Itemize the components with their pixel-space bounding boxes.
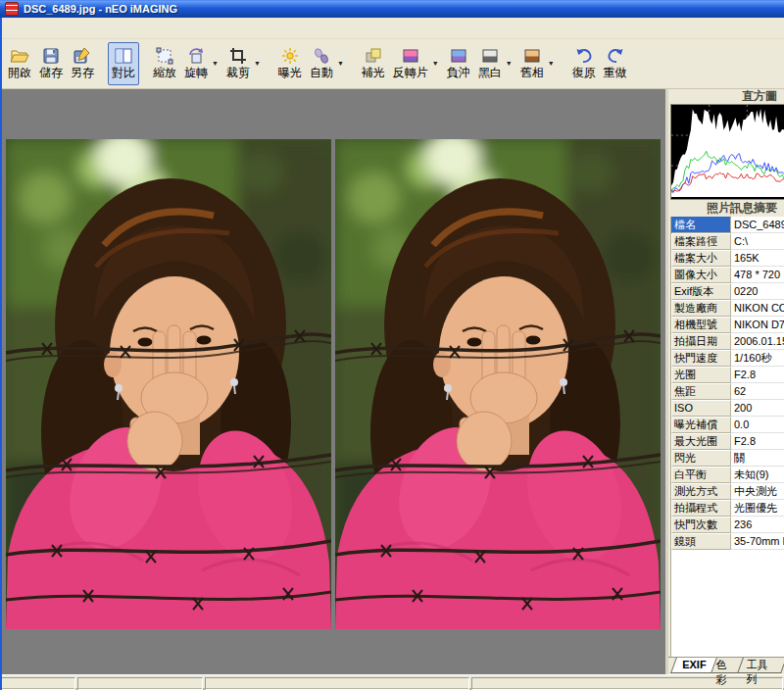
main-area: 直方圖 照片訊息摘要 檔名 DSC_6489.jpg 檔案路徑 C:\ 檔案大小… bbox=[0, 89, 784, 674]
exif-label: 焦距 bbox=[671, 383, 731, 400]
cross-process-icon bbox=[449, 46, 468, 66]
histogram-chart bbox=[670, 104, 784, 200]
exif-row[interactable]: 焦距 62 bbox=[671, 383, 784, 400]
menu-item[interactable] bbox=[140, 26, 160, 30]
toolbar-button-label: 復原 bbox=[570, 66, 598, 80]
toolbar-button[interactable]: 補光 bbox=[358, 42, 389, 85]
toolbar-button-label: 重做 bbox=[602, 66, 629, 80]
exif-label: 光圈 bbox=[671, 367, 731, 383]
toolbar-button[interactable]: 自動 ▼ bbox=[306, 42, 348, 85]
exif-row[interactable]: 檔案路徑 C:\ bbox=[671, 233, 784, 250]
exif-label: 最大光圈 bbox=[671, 433, 731, 450]
toolbar-button-label: 縮放 bbox=[151, 66, 178, 80]
menu-item[interactable] bbox=[23, 26, 42, 30]
dropdown-arrow-icon[interactable]: ▼ bbox=[335, 60, 346, 67]
menu-item[interactable] bbox=[81, 26, 101, 30]
dropdown-arrow-icon[interactable]: ▼ bbox=[504, 60, 514, 67]
auto-icon bbox=[312, 46, 331, 66]
exif-row[interactable]: 鏡頭 35-70mm F2.8 bbox=[671, 533, 784, 550]
exif-value: 236 bbox=[731, 517, 784, 533]
menu-item[interactable] bbox=[121, 26, 140, 30]
exif-row[interactable]: Exif版本 0220 bbox=[671, 283, 784, 300]
exif-value: 0.0 bbox=[731, 417, 784, 433]
menu-item[interactable] bbox=[62, 26, 81, 30]
exif-row[interactable]: 相機型號 NIKON D70 bbox=[671, 317, 784, 333]
exif-row[interactable]: 圖像大小 478 * 720 bbox=[671, 267, 784, 283]
undo-icon bbox=[574, 46, 594, 66]
exif-value: C:\ bbox=[731, 233, 784, 250]
exif-row[interactable]: ISO 200 bbox=[671, 400, 784, 417]
status-cell bbox=[471, 677, 783, 690]
exif-value: 165K bbox=[731, 250, 784, 267]
exposure-icon bbox=[280, 46, 300, 66]
exif-value: 200 bbox=[731, 400, 784, 417]
toolbar-button-label: 儲存 bbox=[37, 66, 65, 80]
toolbar-button-label: 自動 bbox=[308, 66, 335, 80]
app-logo-icon bbox=[5, 2, 19, 16]
toolbar-button-label: 舊相 bbox=[518, 66, 546, 80]
panel-tab[interactable]: EXIF bbox=[670, 658, 717, 673]
redo-icon bbox=[606, 46, 625, 66]
toolbar-button-label: 開啟 bbox=[6, 66, 33, 80]
exif-value: 1/160秒 bbox=[731, 350, 784, 367]
menu-item[interactable] bbox=[3, 26, 23, 30]
window-title: DSC_6489.jpg - nEO iMAGING bbox=[24, 3, 177, 15]
toolbar-button-label: 補光 bbox=[360, 66, 387, 80]
exif-value: F2.8 bbox=[731, 433, 784, 450]
dropdown-arrow-icon[interactable]: ▼ bbox=[546, 60, 557, 67]
exif-row[interactable]: 測光方式 中央測光 bbox=[671, 483, 784, 500]
toolbar-button[interactable]: 裁剪 ▼ bbox=[222, 42, 265, 85]
dropdown-arrow-icon[interactable]: ▼ bbox=[430, 60, 441, 67]
exif-row[interactable]: 製造廠商 NIKON CORPORATION bbox=[671, 300, 784, 317]
title-bar[interactable]: DSC_6489.jpg - nEO iMAGING bbox=[0, 0, 784, 18]
exif-table: 檔名 DSC_6489.jpg 檔案路徑 C:\ 檔案大小 165K 圖像大小 … bbox=[670, 217, 784, 657]
image-pane-left[interactable] bbox=[6, 139, 331, 629]
exif-label: ISO bbox=[671, 400, 731, 417]
image-pane-right[interactable] bbox=[335, 139, 661, 629]
histogram-plot bbox=[671, 105, 784, 197]
toolbar-button[interactable]: 儲存 bbox=[35, 42, 67, 85]
toolbar: 開啟 儲存 另存 對比 bbox=[0, 39, 784, 89]
exif-label: Exif版本 bbox=[671, 283, 731, 300]
toolbar-button[interactable]: 開啟 bbox=[4, 42, 35, 85]
exif-value: 62 bbox=[731, 383, 784, 400]
menu-item[interactable] bbox=[101, 26, 121, 30]
exif-row[interactable]: 光圈 F2.8 bbox=[671, 367, 784, 383]
toolbar-button[interactable]: 對比 bbox=[108, 42, 139, 85]
panel-tab[interactable]: 工具列 bbox=[737, 658, 784, 673]
toolbar-button[interactable]: 復原 bbox=[568, 42, 600, 85]
side-panel: 直方圖 照片訊息摘要 檔名 DSC_6489.jpg 檔案路徑 C:\ 檔案大小… bbox=[665, 89, 784, 674]
exif-row[interactable]: 快門次數 236 bbox=[671, 517, 784, 533]
toolbar-button[interactable]: 重做 bbox=[600, 42, 631, 85]
exif-row[interactable]: 白平衡 未知(9) bbox=[671, 467, 784, 483]
menu-item[interactable] bbox=[42, 26, 62, 30]
dropdown-arrow-icon[interactable]: ▼ bbox=[210, 60, 220, 67]
exif-value: 光圈優先 bbox=[731, 500, 784, 517]
toolbar-button[interactable]: 黑白 ▼ bbox=[474, 42, 516, 85]
photo-preview bbox=[6, 139, 331, 629]
exif-row[interactable]: 拍攝日期 2006.01.15 15: bbox=[671, 333, 784, 350]
toolbar-button[interactable]: 旋轉 ▼ bbox=[180, 42, 222, 85]
fill-light-icon bbox=[364, 46, 383, 66]
exif-label: 檔名 bbox=[671, 217, 731, 233]
exif-row[interactable]: 最大光圈 F2.8 bbox=[671, 433, 784, 450]
exif-row[interactable]: 檔案大小 165K bbox=[671, 250, 784, 267]
exif-label: 圖像大小 bbox=[671, 267, 731, 283]
exif-value: F2.8 bbox=[731, 367, 784, 383]
exif-row[interactable]: 閃光 關 bbox=[671, 450, 784, 467]
exif-row[interactable]: 拍攝程式 光圈優先 bbox=[671, 500, 784, 517]
toolbar-button[interactable]: 縮放 bbox=[149, 42, 180, 85]
toolbar-button[interactable]: 負沖 bbox=[443, 42, 474, 85]
dropdown-arrow-icon[interactable]: ▼ bbox=[252, 60, 263, 67]
toolbar-button[interactable]: 舊相 ▼ bbox=[516, 42, 559, 85]
open-folder-icon bbox=[10, 46, 29, 66]
exif-row[interactable]: 檔名 DSC_6489.jpg bbox=[671, 217, 784, 233]
exif-label: 曝光補償 bbox=[671, 417, 731, 433]
exif-row[interactable]: 曝光補償 0.0 bbox=[671, 417, 784, 433]
toolbar-button[interactable]: 曝光 bbox=[274, 42, 306, 85]
exif-row[interactable]: 快門速度 1/160秒 bbox=[671, 350, 784, 367]
toolbar-button[interactable]: 反轉片 ▼ bbox=[389, 42, 443, 85]
toolbar-button[interactable]: 另存 bbox=[67, 42, 98, 85]
save-as-icon bbox=[73, 46, 92, 66]
histogram-title: 直方圖 bbox=[668, 89, 784, 104]
